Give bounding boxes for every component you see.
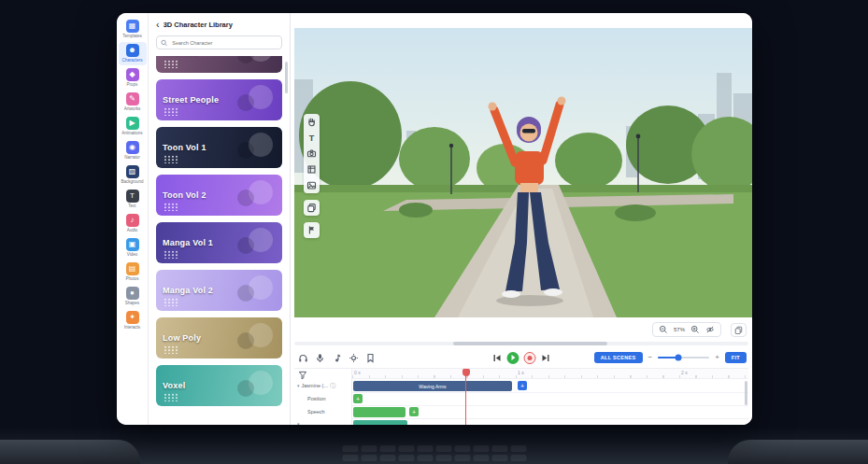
timeline-zoom-slider[interactable] [658,357,709,359]
filter-icon[interactable] [298,371,307,380]
canvas-tool-rail: T [304,114,320,238]
sidebar-item-narrator[interactable]: ◉ Narrator [119,139,147,162]
tool-group-flag [304,222,320,238]
canvas-area: T [291,13,752,425]
track-label-speech[interactable]: Speech [307,409,325,415]
text-icon: T [126,190,139,203]
pack-name: Toon Vol 1 [163,143,206,152]
panel-scrollbar[interactable] [285,62,288,93]
character-pack-card-manga-vol-2[interactable]: Manga Vol 2 [156,270,282,311]
timeline-ruler[interactable]: 0 s 1 s 2 s [352,369,748,379]
track-label-partial[interactable]: ▾ [297,422,300,425]
artworks-icon: ✎ [126,92,139,105]
sidebar-item-video[interactable]: ▣ Video [119,236,147,260]
laptop-keyboard [342,445,526,461]
hide-eye-icon[interactable] [705,325,715,334]
tool-group-layers [304,200,320,216]
frame-tool-icon[interactable] [306,164,317,175]
character-library-panel: ‹ 3D Character Library Realistic St [149,13,291,425]
character-pack-card-street-people[interactable]: Street People [156,79,282,120]
narrator-icon: ◉ [126,141,139,154]
fit-button[interactable]: FIT [725,352,747,363]
character-pack-card-low-poly[interactable]: Low Poly [156,317,282,359]
interacts-icon: ✦ [126,311,139,324]
sidebar-item-background[interactable]: ▨ Background [119,163,147,187]
play-button[interactable] [507,352,519,364]
partial-clip[interactable] [353,420,407,425]
sidebar-item-audio[interactable]: ♪ Audio [119,212,147,235]
text-tool-icon[interactable]: T [306,133,317,143]
add-speech-button[interactable]: + [409,407,419,416]
slider-knob[interactable] [676,355,682,361]
duplicate-view-button[interactable] [731,323,747,337]
speech-clip[interactable] [353,407,406,417]
playhead-marker[interactable] [462,369,470,376]
sidebar-item-characters[interactable]: ☻ Characters [119,42,147,65]
mic-icon[interactable] [315,353,325,363]
sidebar-item-label: Artworks [124,106,141,111]
info-icon[interactable]: ⓘ [330,383,335,388]
background-icon: ▨ [126,165,139,178]
chevron-down-icon[interactable]: ▾ [297,384,300,388]
animation-clip-waving-arms[interactable]: Waving Arms [353,381,512,391]
scene-canvas[interactable]: T [294,28,752,317]
sidebar-item-shapes[interactable]: ● Shapes [119,285,147,308]
laptop-corner-right [728,440,868,464]
brightness-icon[interactable] [349,353,359,363]
chevron-down-icon[interactable]: ▾ [297,422,300,425]
record-button[interactable] [524,352,536,364]
sidebar-item-animations[interactable]: ▶ Animations [119,115,147,138]
sidebar-item-photos[interactable]: ▤ Photos [119,260,147,284]
search-input[interactable] [170,39,277,47]
all-scenes-button[interactable]: ALL SCENES [594,352,643,363]
layers-tool-icon[interactable] [306,203,317,213]
photos-icon: ▤ [126,262,139,275]
track-label-character[interactable]: ▾ Jasmine (... ⓘ [297,383,335,388]
back-chevron-icon[interactable]: ‹ [156,20,160,30]
zoom-in-icon[interactable] [690,325,700,334]
zoom-out-icon[interactable] [659,325,668,334]
add-animation-button[interactable]: + [518,381,527,390]
sparkle-dots [164,250,178,259]
headphones-icon[interactable] [298,353,308,363]
hand-tool-icon[interactable] [306,117,317,127]
characters-icon: ☻ [126,44,139,57]
hscrollbar-thumb[interactable] [453,342,607,345]
playhead[interactable] [465,369,466,425]
timeline-zoom-out-button[interactable]: − [648,354,653,361]
sparkle-dots [164,345,178,354]
character-pack-card-toon-vol-2[interactable]: Toon Vol 2 [156,175,282,216]
sidebar-item-interacts[interactable]: ✦ Interacts [119,309,147,332]
skip-start-button[interactable] [492,353,503,363]
camera-tool-icon[interactable] [306,148,317,159]
add-position-keyframe-button[interactable]: + [353,394,363,403]
panel-header: ‹ 3D Character Library [156,20,282,30]
skip-end-button[interactable] [541,353,551,363]
laptop-corner-left [0,440,140,464]
timeline-vscrollbar[interactable] [745,381,747,405]
search-box[interactable] [156,35,282,49]
pack-name: Street People [163,95,219,105]
props-icon: ◆ [126,68,139,81]
flag-tool-icon[interactable] [306,225,317,235]
sidebar-rail: ▦ Templates ☻ Characters ◆ Props ✎ Artwo… [117,13,149,425]
character-pack-card-voxel[interactable]: Voxel [156,365,282,406]
sidebar-item-artworks[interactable]: ✎ Artworks [119,91,147,114]
bookmark-icon[interactable] [365,353,376,363]
pack-name: Manga Vol 1 [163,238,213,247]
sidebar-item-label: Audio [127,228,138,232]
timeline-zoom-in-button[interactable]: + [715,354,719,361]
track-label-position[interactable]: Position [307,396,326,401]
desktop-background: ▦ Templates ☻ Characters ◆ Props ✎ Artwo… [0,0,868,464]
park-scene-render [294,28,752,317]
sidebar-item-templates[interactable]: ▦ Templates [119,18,147,41]
animations-icon: ▶ [126,117,139,130]
character-pack-card-realistic[interactable]: Realistic [156,56,282,73]
sidebar-item-text[interactable]: T Text [119,188,147,211]
sidebar-item-props[interactable]: ◆ Props [119,66,147,90]
character-pack-card-manga-vol-1[interactable]: Manga Vol 1 [156,222,282,263]
music-note-icon[interactable] [332,353,342,363]
sidebar-item-label: Props [127,82,138,87]
media-tool-icon[interactable] [306,180,317,190]
character-pack-card-toon-vol-1[interactable]: Toon Vol 1 [156,127,282,168]
